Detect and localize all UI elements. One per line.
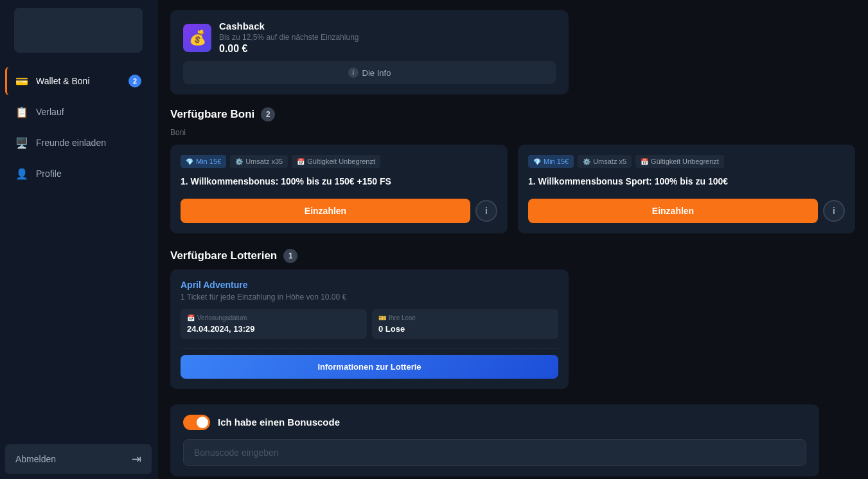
lottery-tickets-value: 0 Lose (378, 324, 552, 334)
sidebar-navigation: 💳 Wallet & Boni 2 📋 Verlauf 🖥️ Freunde e… (0, 60, 157, 439)
lottery-description: 1 Ticket für jede Einzahlung in Höhe von… (181, 293, 558, 302)
sidebar-item-verlauf[interactable]: 📋 Verlauf (5, 98, 152, 126)
boni-title: Verfügbare Boni (170, 108, 254, 121)
logout-label: Abmelden (15, 454, 56, 464)
sidebar-item-freunde-einladen[interactable]: 🖥️ Freunde einladen (5, 129, 152, 157)
sidebar-item-wallet-boni[interactable]: 💳 Wallet & Boni 2 (5, 67, 152, 95)
sidebar-logo (14, 8, 143, 53)
bonus-code-header: Ich habe einen Bonuscode (183, 415, 806, 430)
bonus-card-2-info-button[interactable]: i (823, 200, 845, 222)
lottery-title: Verfügbare Lotterien (170, 249, 277, 262)
tag-icon-min: 💎 (186, 158, 193, 165)
bonus-tag-2-umsatz: ⚙️ Umsatz x5 (578, 155, 632, 168)
bonus-tag-umsatz: ⚙️ Umsatz x35 (230, 155, 288, 168)
bonus-code-section: Ich habe einen Bonuscode (170, 404, 819, 476)
bonus-card-1-actions: Einzahlen i (181, 199, 497, 223)
freunde-icon: 🖥️ (15, 136, 28, 149)
sidebar-item-label: Wallet & Boni (36, 76, 90, 86)
bonus-card-2: 💎 Min 15€ ⚙️ Umsatz x5 📅 Gültigkeit Unbe… (518, 145, 855, 233)
boni-section-title: Verfügbare Boni 2 (170, 107, 855, 122)
bonus-card-2-title: 1. Willkommensbonus Sport: 100% bis zu 1… (528, 176, 845, 188)
bonus-card-2-actions: Einzahlen i (528, 199, 845, 223)
bonus-card-1: 💎 Min 15€ ⚙️ Umsatz x35 📅 Gültigkeit Unb… (170, 145, 508, 233)
lottery-section-title: Verfügbare Lotterien 1 (170, 249, 855, 263)
bonus-tag-2-min: 💎 Min 15€ (528, 155, 574, 168)
lottery-count-badge: 1 (283, 249, 297, 263)
lottery-tickets-cell: 🎫 Ihre Lose 0 Lose (372, 309, 558, 339)
boni-count-badge: 2 (261, 107, 275, 122)
cashback-amount: 0.00 € (219, 43, 359, 55)
tag-icon-umsatz: ⚙️ (235, 158, 243, 165)
bonus-tag-2-gultigkeit: 📅 Gültigkeit Unbegrenzt (635, 155, 724, 168)
logout-button[interactable]: Abmelden ⇥ (5, 444, 152, 474)
cashback-title: Cashback (219, 21, 359, 32)
cashback-description: Bis zu 12,5% auf die nächste Einzahlung (219, 33, 359, 42)
bonus-card-1-info-button[interactable]: i (475, 200, 497, 222)
lottery-info-row: 📅 Verlosungsdatum 24.04.2024, 13:29 🎫 Ih… (181, 309, 558, 339)
cashback-card: 💰 Cashback Bis zu 12,5% auf die nächste … (170, 10, 569, 95)
bonus-code-input[interactable] (183, 439, 806, 466)
lottery-divider (181, 348, 558, 348)
wallet-icon: 💳 (15, 75, 28, 87)
bonus-tag-min: 💎 Min 15€ (181, 155, 226, 168)
bonus-code-toggle[interactable] (183, 415, 210, 430)
bonus-card-1-title: 1. Willkommensbonus: 100% bis zu 150€ +1… (181, 176, 497, 188)
cashback-info-button[interactable]: i Die Info (183, 61, 556, 84)
main-content: 💰 Cashback Bis zu 12,5% auf die nächste … (157, 0, 868, 479)
sidebar-item-label: Freunde einladen (36, 138, 106, 148)
tag-icon-2-umsatz: ⚙️ (583, 158, 590, 165)
wallet-boni-badge: 2 (128, 75, 141, 87)
profile-icon: 👤 (15, 167, 28, 180)
bonus-card-2-tags: 💎 Min 15€ ⚙️ Umsatz x5 📅 Gültigkeit Unbe… (528, 155, 845, 168)
lottery-card: April Adventure 1 Ticket für jede Einzah… (170, 269, 569, 389)
boni-label: Boni (170, 128, 855, 137)
cashback-info: Cashback Bis zu 12,5% auf die nächste Ei… (219, 21, 359, 55)
lottery-draw-date-cell: 📅 Verlosungsdatum 24.04.2024, 13:29 (181, 309, 367, 339)
logout-icon: ⇥ (132, 452, 141, 466)
bonus-cards-grid: 💎 Min 15€ ⚙️ Umsatz x35 📅 Gültigkeit Unb… (170, 145, 855, 233)
tag-icon-gultigkeit: 📅 (297, 158, 305, 165)
bonus-tag-gultigkeit: 📅 Gültigkeit Unbegrenzt (292, 155, 380, 168)
lottery-info-button[interactable]: Informationen zur Lotterie (181, 355, 558, 379)
lottery-draw-date-value: 24.04.2024, 13:29 (187, 324, 360, 334)
lottery-draw-date-label: 📅 Verlosungsdatum (187, 314, 360, 321)
tag-icon-2-gultigkeit: 📅 (641, 158, 648, 165)
info-circle-icon: i (348, 68, 359, 78)
bonus-code-label: Ich habe einen Bonuscode (218, 417, 340, 428)
lottery-tickets-label: 🎫 Ihre Lose (378, 314, 552, 321)
ticket-icon: 🎫 (378, 314, 386, 321)
cashback-header: 💰 Cashback Bis zu 12,5% auf die nächste … (183, 21, 556, 55)
sidebar-item-label: Verlauf (36, 107, 64, 117)
lottery-name: April Adventure (181, 280, 558, 290)
verlauf-icon: 📋 (15, 105, 28, 118)
cashback-icon: 💰 (183, 24, 211, 52)
sidebar-item-label: Profile (36, 168, 62, 179)
tag-icon-2-min: 💎 (533, 158, 541, 165)
available-lotteries-section: Verfügbare Lotterien 1 April Adventure 1… (170, 249, 855, 389)
calendar-icon: 📅 (187, 314, 195, 321)
deposit-button-2[interactable]: Einzahlen (528, 199, 818, 223)
deposit-button-1[interactable]: Einzahlen (181, 199, 470, 223)
bonus-card-1-tags: 💎 Min 15€ ⚙️ Umsatz x35 📅 Gültigkeit Unb… (181, 155, 497, 168)
sidebar-item-profile[interactable]: 👤 Profile (5, 159, 152, 188)
available-boni-section: Verfügbare Boni 2 Boni 💎 Min 15€ ⚙️ Umsa… (170, 107, 855, 233)
sidebar: 💳 Wallet & Boni 2 📋 Verlauf 🖥️ Freunde e… (0, 0, 157, 479)
